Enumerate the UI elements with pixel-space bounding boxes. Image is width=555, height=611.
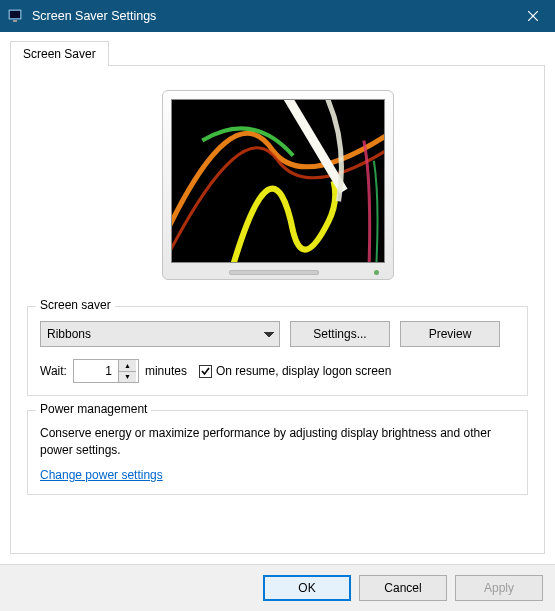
spinner-up[interactable]: ▲: [119, 360, 136, 372]
monitor-led: [374, 270, 379, 275]
power-group-label: Power management: [36, 402, 151, 416]
wait-spinner[interactable]: ▲ ▼: [73, 359, 139, 383]
checkbox-box: [199, 365, 212, 378]
ok-button[interactable]: OK: [263, 575, 351, 601]
tab-strip: Screen Saver: [10, 40, 545, 65]
monitor-screen: [171, 99, 385, 263]
change-power-settings-link[interactable]: Change power settings: [40, 468, 163, 482]
tab-screensaver[interactable]: Screen Saver: [10, 41, 109, 66]
screensaver-select[interactable]: Ribbons: [40, 321, 280, 347]
close-icon: [528, 11, 538, 21]
power-text: Conserve energy or maximize performance …: [40, 425, 515, 460]
svg-rect-5: [172, 100, 384, 262]
dialog-content: Screen Saver: [0, 32, 555, 564]
tab-body: Screen saver Ribbons Settings... Preview…: [10, 65, 545, 554]
monitor-frame: [162, 90, 394, 280]
resume-checkbox-label: On resume, display logon screen: [216, 364, 391, 378]
preview-area: [27, 84, 528, 298]
screensaver-group: Screen saver Ribbons Settings... Preview…: [27, 306, 528, 396]
ribbons-preview-icon: [172, 100, 384, 262]
power-group: Power management Conserve energy or maxi…: [27, 410, 528, 495]
wait-label: Wait:: [40, 364, 67, 378]
wait-input[interactable]: [74, 360, 118, 382]
apply-button[interactable]: Apply: [455, 575, 543, 601]
svg-rect-2: [13, 20, 17, 22]
monitor-button-bar: [229, 270, 319, 275]
close-button[interactable]: [510, 0, 555, 32]
wait-unit: minutes: [145, 364, 187, 378]
check-icon: [200, 366, 211, 377]
app-icon: [8, 8, 24, 24]
monitor-base: [163, 268, 393, 276]
settings-button[interactable]: Settings...: [290, 321, 390, 347]
preview-button[interactable]: Preview: [400, 321, 500, 347]
cancel-button[interactable]: Cancel: [359, 575, 447, 601]
screensaver-group-label: Screen saver: [36, 298, 115, 312]
dialog-footer: OK Cancel Apply: [0, 564, 555, 611]
titlebar: Screen Saver Settings: [0, 0, 555, 32]
spinner-down[interactable]: ▼: [119, 372, 136, 383]
window-title: Screen Saver Settings: [32, 9, 510, 23]
resume-checkbox[interactable]: On resume, display logon screen: [199, 364, 391, 378]
svg-rect-1: [10, 11, 20, 18]
